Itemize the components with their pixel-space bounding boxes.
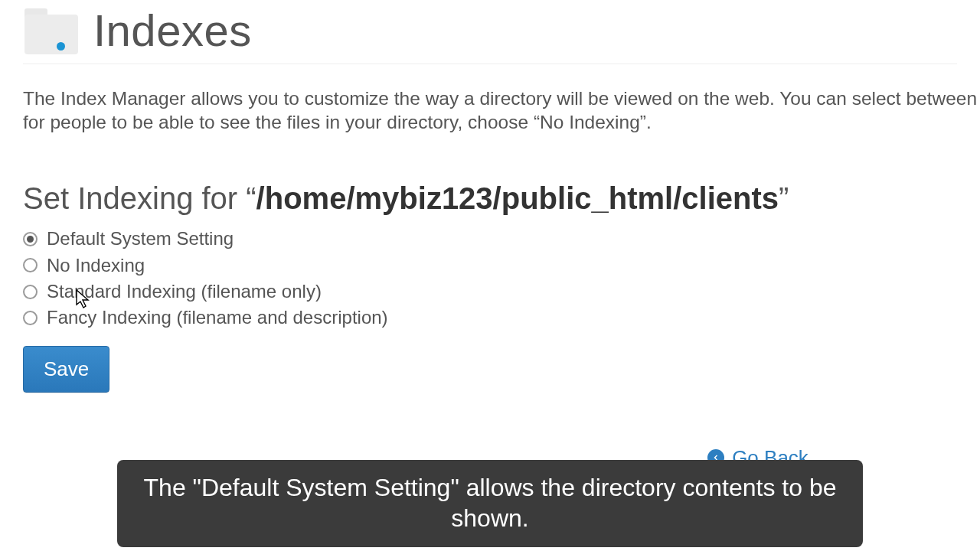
indexing-options: Default System Setting No Indexing Stand… [23, 227, 957, 331]
page-root: Indexes The Index Manager allows you to … [0, 0, 980, 470]
radio-icon[interactable] [23, 232, 38, 246]
option-label: Default System Setting [47, 227, 234, 251]
heading-suffix: ” [779, 181, 789, 215]
intro-line-1: The Index Manager allows you to customiz… [23, 87, 957, 111]
set-indexing-heading: Set Indexing for “/home/mybiz123/public_… [23, 181, 957, 216]
option-no-indexing[interactable]: No Indexing [23, 253, 957, 278]
indexes-folder-icon [23, 7, 80, 54]
option-label: Standard Indexing (filename only) [47, 279, 322, 304]
subtitle-caption: The "Default System Setting" allows the … [117, 460, 863, 547]
option-label: Fancy Indexing (filename and description… [47, 305, 388, 330]
intro-text: The Index Manager allows you to customiz… [23, 87, 957, 134]
radio-icon[interactable] [23, 311, 38, 325]
heading-path: /home/mybiz123/public_html/clients [256, 181, 779, 215]
page-header: Indexes [23, 0, 957, 64]
intro-line-2: for people to be able to see the files i… [23, 111, 957, 135]
option-default-system-setting[interactable]: Default System Setting [23, 227, 957, 251]
radio-icon[interactable] [23, 258, 38, 272]
option-standard-indexing[interactable]: Standard Indexing (filename only) [23, 279, 957, 304]
save-button[interactable]: Save [23, 346, 109, 393]
radio-icon[interactable] [23, 285, 38, 299]
page-title: Indexes [93, 5, 252, 56]
option-fancy-indexing[interactable]: Fancy Indexing (filename and description… [23, 305, 957, 330]
heading-prefix: Set Indexing for “ [23, 181, 256, 215]
option-label: No Indexing [47, 253, 145, 278]
